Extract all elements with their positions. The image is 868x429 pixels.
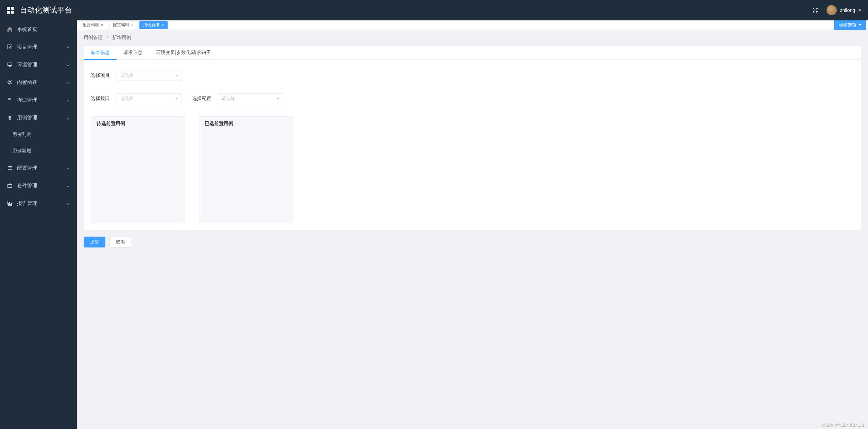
tab-2[interactable]: 用例新增× bbox=[139, 21, 168, 29]
tab-0[interactable]: 配置列表× bbox=[79, 21, 107, 29]
cancel-button[interactable]: 取消 bbox=[109, 237, 131, 247]
sidebar-item-label: 环境管理 bbox=[17, 62, 37, 68]
sidebar-item-label: 报告管理 bbox=[17, 200, 37, 207]
main-content: 配置列表×配置编辑×用例新增×标签选项 用例管理 / 新增用例 基本信息请求信息… bbox=[77, 20, 868, 429]
chevron-down-icon bbox=[66, 201, 70, 205]
form-tab-2[interactable]: 环境变量|参数化|请求钩子 bbox=[149, 46, 218, 59]
watermark: CSDN @YZL40514131 bbox=[822, 423, 865, 428]
chevron-down-icon bbox=[66, 80, 70, 84]
sidebar-item-label: 接口管理 bbox=[17, 97, 37, 103]
header-right: zhilong bbox=[812, 5, 861, 15]
svg-point-2 bbox=[8, 166, 10, 167]
svg-point-3 bbox=[11, 168, 12, 169]
close-icon[interactable]: × bbox=[101, 23, 103, 27]
sidebar-item-label: 用例管理 bbox=[17, 115, 37, 121]
chevron-up-icon bbox=[66, 116, 70, 120]
api-placeholder: 请选择 bbox=[120, 96, 134, 102]
submit-button[interactable]: 提交 bbox=[84, 237, 105, 247]
config-placeholder: 请选择 bbox=[222, 96, 235, 102]
chevron-down-icon bbox=[175, 75, 178, 76]
app-title: 自动化测试平台 bbox=[20, 5, 72, 15]
form-item-api: 选择接口 请选择 bbox=[91, 93, 182, 104]
sidebar-item-2[interactable]: 环境管理 bbox=[0, 56, 77, 73]
chevron-down-icon bbox=[175, 98, 178, 100]
sliders-icon bbox=[7, 165, 13, 171]
form-actions: 提交 取消 bbox=[84, 237, 861, 247]
fullscreen-icon[interactable] bbox=[812, 7, 818, 13]
tabs-bar: 配置列表×配置编辑×用例新增×标签选项 bbox=[77, 20, 868, 30]
tab-label: 配置列表 bbox=[83, 22, 99, 28]
avatar bbox=[827, 5, 837, 15]
monitor-icon bbox=[7, 62, 13, 68]
sidebar-item-7[interactable]: 套件管理 bbox=[0, 177, 77, 194]
api-label: 选择接口 bbox=[91, 96, 111, 102]
sidebar-item-3[interactable]: 内置函数 bbox=[0, 73, 77, 91]
config-select[interactable]: 请选择 bbox=[218, 93, 283, 104]
transfer-right-title: 已选前置用例 bbox=[199, 117, 293, 131]
sidebar-item-label: 系统首页 bbox=[17, 26, 37, 33]
chevron-down-icon bbox=[66, 166, 70, 170]
briefcase-icon bbox=[7, 183, 13, 189]
sidebar-subitem-5-1[interactable]: 用例新增 bbox=[0, 143, 77, 159]
form-card: 基本信息请求信息环境变量|参数化|请求钩子 选择项目 请选择 bbox=[84, 46, 861, 230]
project-label: 选择项目 bbox=[91, 72, 111, 79]
form-item-config: 选择配置 请选择 bbox=[192, 93, 283, 104]
gear-icon bbox=[7, 79, 13, 85]
sidebar-item-label: 内置函数 bbox=[17, 79, 37, 86]
chevron-down-icon bbox=[66, 98, 70, 102]
sidebar-item-label: 项目管理 bbox=[17, 44, 37, 50]
transfer-left-title: 待选前置用例 bbox=[91, 117, 185, 131]
home-icon bbox=[7, 26, 13, 32]
api-select[interactable]: 请选择 bbox=[117, 93, 182, 104]
project-select[interactable]: 请选择 bbox=[117, 70, 182, 81]
config-label: 选择配置 bbox=[192, 96, 212, 102]
check-icon bbox=[7, 44, 13, 50]
sidebar-item-4[interactable]: 接口管理 bbox=[0, 91, 77, 109]
sidebar-item-1[interactable]: 项目管理 bbox=[0, 38, 77, 56]
app-header: 自动化测试平台 zhilong bbox=[0, 0, 868, 20]
flag-icon bbox=[7, 97, 13, 103]
close-icon[interactable]: × bbox=[161, 23, 164, 27]
chevron-down-icon bbox=[66, 63, 70, 67]
close-icon[interactable]: × bbox=[131, 23, 134, 27]
form-tabs: 基本信息请求信息环境变量|参数化|请求钩子 bbox=[84, 46, 861, 60]
tabs-options-button[interactable]: 标签选项 bbox=[834, 20, 866, 30]
header-left: 自动化测试平台 bbox=[7, 5, 72, 15]
bulb-icon bbox=[7, 115, 13, 121]
tabs-options-label: 标签选项 bbox=[839, 22, 856, 28]
form-body: 选择项目 请选择 选择接口 请选择 bbox=[84, 60, 861, 230]
caret-down-icon bbox=[858, 10, 861, 11]
breadcrumb-second: 新增用例 bbox=[112, 35, 131, 40]
sidebar-item-6[interactable]: 配置管理 bbox=[0, 159, 77, 177]
breadcrumb: 用例管理 / 新增用例 bbox=[77, 30, 868, 46]
transfer: 待选前置用例 已选前置用例 bbox=[91, 116, 854, 223]
user-menu[interactable]: zhilong bbox=[827, 5, 861, 15]
sidebar-item-label: 配置管理 bbox=[17, 165, 37, 171]
tab-1[interactable]: 配置编辑× bbox=[109, 21, 137, 29]
chevron-down-icon bbox=[277, 98, 279, 100]
caret-down-icon bbox=[858, 24, 861, 26]
chart-icon bbox=[7, 200, 13, 206]
form-item-project: 选择项目 请选择 bbox=[91, 70, 182, 81]
svg-point-1 bbox=[8, 116, 11, 119]
sidebar-subitem-5-0[interactable]: 用例列表 bbox=[0, 126, 77, 143]
project-placeholder: 请选择 bbox=[120, 72, 134, 79]
chevron-down-icon bbox=[66, 45, 70, 49]
menu-toggle-icon[interactable] bbox=[7, 7, 14, 14]
breadcrumb-first: 用例管理 bbox=[84, 35, 103, 40]
tab-label: 配置编辑 bbox=[113, 22, 129, 28]
transfer-left[interactable]: 待选前置用例 bbox=[91, 116, 185, 223]
breadcrumb-sep: / bbox=[107, 35, 108, 40]
transfer-right[interactable]: 已选前置用例 bbox=[199, 116, 293, 223]
sidebar-item-5[interactable]: 用例管理 bbox=[0, 109, 77, 126]
username: zhilong bbox=[840, 7, 855, 13]
svg-point-4 bbox=[9, 169, 10, 170]
sidebar-item-label: 套件管理 bbox=[17, 183, 37, 189]
sidebar-item-8[interactable]: 报告管理 bbox=[0, 194, 77, 212]
sidebar-item-0[interactable]: 系统首页 bbox=[0, 20, 77, 38]
sidebar: 系统首页项目管理环境管理内置函数接口管理用例管理用例列表用例新增配置管理套件管理… bbox=[0, 20, 77, 429]
tab-label: 用例新增 bbox=[143, 22, 159, 28]
form-tab-0[interactable]: 基本信息 bbox=[84, 46, 117, 59]
svg-point-0 bbox=[9, 81, 11, 83]
form-tab-1[interactable]: 请求信息 bbox=[117, 46, 149, 59]
